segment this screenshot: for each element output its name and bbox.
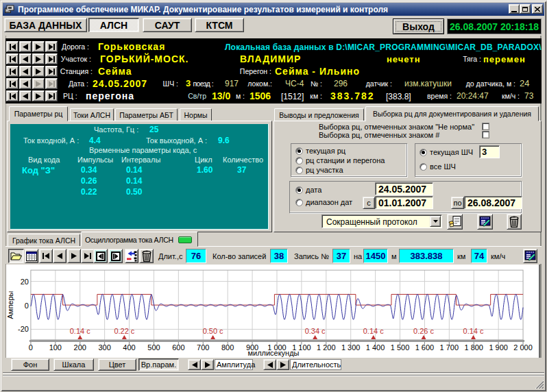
svg-text:200: 200 [74,343,86,352]
svg-text:1 300: 1 300 [341,343,360,352]
svg-text:400: 400 [123,343,135,352]
svg-text:миллисекунды: миллисекунды [248,349,300,357]
svg-text:1 800: 1 800 [465,343,483,352]
svg-text:0: 0 [25,302,29,310]
svg-text:1 600: 1 600 [415,343,434,352]
svg-text:0.14 с: 0.14 с [363,327,384,335]
svg-text:500: 500 [147,343,160,352]
svg-text:300: 300 [98,343,110,352]
svg-text:1 400: 1 400 [366,343,385,352]
svg-text:0.26 с: 0.26 с [413,327,434,335]
svg-text:0.50 с: 0.50 с [203,327,223,335]
svg-text:0.34 с: 0.34 с [305,327,326,335]
svg-text:1 900: 1 900 [489,343,507,352]
svg-text:700: 700 [197,343,209,352]
svg-text:600: 600 [172,343,184,352]
svg-text:Амперы: Амперы [6,291,14,319]
svg-text:-20: -20 [18,325,29,333]
svg-text:20: 20 [21,278,29,286]
svg-text:0.14 с: 0.14 с [463,327,484,335]
svg-text:800: 800 [221,343,234,352]
svg-text:1 200: 1 200 [317,343,335,352]
svg-text:1 500: 1 500 [391,343,409,352]
svg-text:0.14 с: 0.14 с [70,327,90,335]
svg-text:0: 0 [29,343,33,352]
svg-text:0.22 с: 0.22 с [114,327,134,335]
svg-text:2 000: 2 000 [513,343,532,352]
svg-text:100: 100 [49,343,62,352]
svg-text:1 700: 1 700 [440,343,459,352]
